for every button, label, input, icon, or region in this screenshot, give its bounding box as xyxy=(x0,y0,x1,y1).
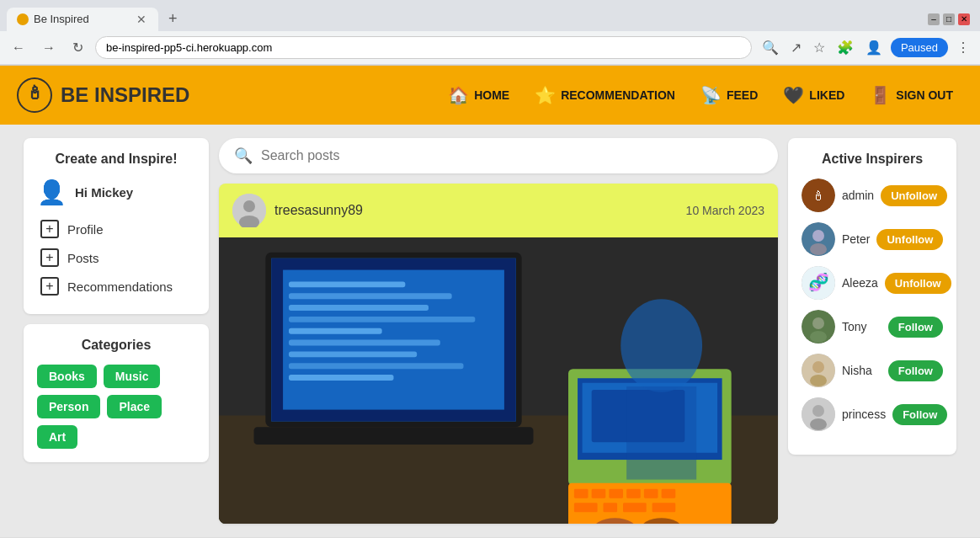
svg-rect-12 xyxy=(289,293,452,299)
svg-rect-34 xyxy=(623,503,647,512)
post-image xyxy=(219,237,778,524)
create-title: Create and Inspire! xyxy=(37,152,195,167)
create-card: Create and Inspire! 👤 Hi Mickey + Profil… xyxy=(24,138,209,314)
svg-rect-29 xyxy=(626,489,641,498)
inspirer-avatar-aleeza: 🧬 xyxy=(802,266,835,300)
tab-close-button[interactable]: ✕ xyxy=(135,13,148,26)
svg-rect-19 xyxy=(289,375,394,381)
address-input[interactable] xyxy=(95,36,752,59)
svg-text:🕯: 🕯 xyxy=(25,83,44,104)
search-magnifier-icon: 🔍 xyxy=(234,146,253,165)
paused-button[interactable]: Paused xyxy=(891,38,948,57)
inspirer-avatar-peter xyxy=(802,222,835,256)
inspirers-card: Active Inspirers 🕯 admin Unfollow Peter … xyxy=(788,138,956,455)
svg-text:🕯: 🕯 xyxy=(812,189,825,203)
follow-princess-button[interactable]: Follow xyxy=(892,404,947,425)
inspirer-item: Tony Follow xyxy=(802,310,943,344)
recommendations-menu-item[interactable]: + Recommendations xyxy=(37,272,195,301)
inspirer-name-peter: Peter xyxy=(842,232,870,246)
category-person[interactable]: Person xyxy=(37,395,100,418)
logo-text: BE INSPIRED xyxy=(61,83,189,107)
posts-menu-item[interactable]: + Posts xyxy=(37,243,195,272)
svg-point-44 xyxy=(810,243,827,255)
search-input[interactable] xyxy=(261,148,763,163)
svg-rect-35 xyxy=(652,503,676,512)
tab-bar: Be Inspired ✕ + – □ ✕ xyxy=(0,0,980,31)
inspirer-item: Nisha Follow xyxy=(802,354,943,387)
inspirer-name-nisha: Nisha xyxy=(842,364,881,377)
logo-link[interactable]: 🕯 BE INSPIRED xyxy=(17,77,189,113)
category-place[interactable]: Place xyxy=(107,395,162,418)
svg-rect-31 xyxy=(662,489,676,498)
svg-rect-26 xyxy=(574,489,589,498)
nav-home-label: HOME xyxy=(474,88,509,102)
close-window-button[interactable]: ✕ xyxy=(958,13,970,25)
refresh-button[interactable]: ↻ xyxy=(67,36,88,59)
forward-button[interactable]: → xyxy=(37,37,61,59)
post-date: 10 March 2023 xyxy=(686,204,764,217)
svg-rect-28 xyxy=(609,489,623,498)
svg-rect-11 xyxy=(289,281,405,287)
nav-recommendation[interactable]: ⭐ RECOMMENDATION xyxy=(525,78,685,112)
nav-signout[interactable]: 🚪 SIGN OUT xyxy=(860,78,963,112)
logo-icon: 🕯 xyxy=(17,77,52,113)
category-books[interactable]: Books xyxy=(37,365,97,388)
browser-chrome: Be Inspired ✕ + – □ ✕ ← → ↻ 🔍 ↗ ☆ 🧩 👤 Pa… xyxy=(0,0,980,66)
inspirer-name-admin: admin xyxy=(842,189,874,202)
posts-add-icon: + xyxy=(40,248,59,267)
share-icon[interactable]: ↗ xyxy=(787,36,805,59)
profile-icon[interactable]: 👤 xyxy=(862,36,886,59)
post-header: treesasunny89 10 March 2023 xyxy=(219,184,778,237)
nav-recommendation-label: RECOMMENDATION xyxy=(561,88,675,102)
recommendations-add-icon: + xyxy=(40,277,59,296)
follow-tony-button[interactable]: Follow xyxy=(888,317,943,338)
app-container: 🕯 BE INSPIRED 🏠 HOME ⭐ RECOMMENDATION 📡 … xyxy=(0,66,980,537)
svg-rect-20 xyxy=(254,427,534,445)
search-icon[interactable]: 🔍 xyxy=(759,36,782,59)
categories-card: Categories Books Music Person Place Art xyxy=(24,324,209,462)
inspirer-name-princess: princess xyxy=(842,407,886,421)
profile-menu-item[interactable]: + Profile xyxy=(37,215,195,243)
svg-rect-27 xyxy=(592,489,606,498)
categories-title: Categories xyxy=(37,338,195,353)
follow-nisha-button[interactable]: Follow xyxy=(888,360,943,381)
active-tab[interactable]: Be Inspired ✕ xyxy=(7,8,158,31)
svg-point-54 xyxy=(812,405,824,417)
minimize-button[interactable]: – xyxy=(928,13,940,25)
nav-feed[interactable]: 📡 FEED xyxy=(690,78,768,112)
bookmark-icon[interactable]: ☆ xyxy=(810,36,828,59)
unfollow-aleeza-button[interactable]: Unfollow xyxy=(885,273,951,294)
post-card: treesasunny89 10 March 2023 xyxy=(219,184,778,524)
svg-rect-33 xyxy=(604,503,618,512)
profile-add-icon: + xyxy=(40,220,59,238)
svg-rect-17 xyxy=(289,351,417,357)
maximize-button[interactable]: □ xyxy=(943,13,955,25)
right-sidebar: Active Inspirers 🕯 admin Unfollow Peter … xyxy=(788,138,956,524)
profile-label: Profile xyxy=(67,222,104,237)
menu-icon[interactable]: ⋮ xyxy=(953,36,973,59)
recommendations-label: Recommendations xyxy=(67,280,173,294)
category-art[interactable]: Art xyxy=(37,425,77,449)
svg-rect-15 xyxy=(289,328,382,334)
nav-liked[interactable]: 🖤 LIKED xyxy=(773,78,855,112)
inspirer-item: 🧬 Aleeza Unfollow xyxy=(802,266,943,300)
category-music[interactable]: Music xyxy=(104,365,161,388)
svg-rect-10 xyxy=(283,270,504,410)
posts-label: Posts xyxy=(67,251,99,265)
unfollow-admin-button[interactable]: Unfollow xyxy=(881,185,947,206)
inspirer-item: Peter Unfollow xyxy=(802,222,943,256)
nav-home[interactable]: 🏠 HOME xyxy=(438,78,519,112)
tab-title: Be Inspired xyxy=(34,13,130,25)
svg-point-49 xyxy=(810,331,827,343)
inspirer-name-tony: Tony xyxy=(842,320,881,333)
unfollow-peter-button[interactable]: Unfollow xyxy=(876,229,943,250)
nav-signout-label: SIGN OUT xyxy=(896,88,953,102)
new-tab-button[interactable]: + xyxy=(162,7,184,31)
svg-point-52 xyxy=(810,375,827,386)
inspirer-item: 🕯 admin Unfollow xyxy=(802,178,943,212)
back-button[interactable]: ← xyxy=(7,37,30,59)
extension-icon[interactable]: 🧩 xyxy=(834,36,857,59)
post-username: treesasunny89 xyxy=(274,203,363,218)
svg-rect-13 xyxy=(289,305,429,311)
heart-icon: 🖤 xyxy=(783,85,804,105)
